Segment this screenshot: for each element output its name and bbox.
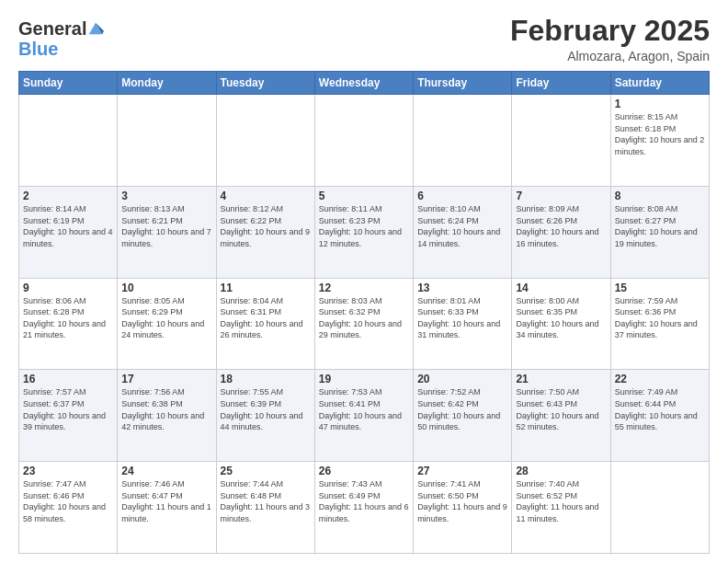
day-cell: 24Sunrise: 7:46 AM Sunset: 6:47 PM Dayli…: [118, 462, 216, 554]
day-info: Sunrise: 7:46 AM Sunset: 6:47 PM Dayligh…: [121, 478, 211, 524]
day-info: Sunrise: 7:59 AM Sunset: 6:36 PM Dayligh…: [615, 295, 705, 341]
day-cell: 16Sunrise: 7:57 AM Sunset: 6:37 PM Dayli…: [19, 370, 118, 462]
day-number: 28: [516, 465, 606, 477]
day-info: Sunrise: 8:04 AM Sunset: 6:31 PM Dayligh…: [221, 295, 311, 341]
day-cell: 25Sunrise: 7:44 AM Sunset: 6:48 PM Dayli…: [216, 462, 314, 554]
day-number: 12: [319, 282, 409, 294]
header-monday: Monday: [118, 72, 216, 95]
day-cell: 23Sunrise: 7:47 AM Sunset: 6:46 PM Dayli…: [19, 462, 118, 554]
day-cell: 9Sunrise: 8:06 AM Sunset: 6:28 PM Daylig…: [19, 278, 118, 370]
day-info: Sunrise: 7:49 AM Sunset: 6:44 PM Dayligh…: [615, 386, 705, 432]
header-saturday: Saturday: [610, 72, 709, 95]
day-info: Sunrise: 7:40 AM Sunset: 6:52 PM Dayligh…: [516, 478, 606, 524]
day-number: 10: [121, 282, 211, 294]
day-cell: 27Sunrise: 7:41 AM Sunset: 6:50 PM Dayli…: [414, 462, 512, 554]
day-cell: 22Sunrise: 7:49 AM Sunset: 6:44 PM Dayli…: [610, 370, 709, 462]
day-cell: 3Sunrise: 8:13 AM Sunset: 6:21 PM Daylig…: [118, 186, 216, 278]
day-number: 14: [516, 282, 606, 294]
day-number: 21: [516, 373, 606, 385]
day-number: 25: [221, 465, 311, 477]
day-number: 3: [121, 190, 211, 202]
day-number: 20: [417, 373, 507, 385]
day-cell: 18Sunrise: 7:55 AM Sunset: 6:39 PM Dayli…: [216, 370, 314, 462]
day-info: Sunrise: 8:08 AM Sunset: 6:27 PM Dayligh…: [615, 203, 705, 249]
day-number: 13: [417, 282, 507, 294]
day-info: Sunrise: 7:50 AM Sunset: 6:43 PM Dayligh…: [516, 386, 606, 432]
calendar-week-row: 23Sunrise: 7:47 AM Sunset: 6:46 PM Dayli…: [19, 462, 710, 554]
day-info: Sunrise: 8:06 AM Sunset: 6:28 PM Dayligh…: [23, 295, 113, 341]
day-info: Sunrise: 7:44 AM Sunset: 6:48 PM Dayligh…: [221, 478, 311, 524]
logo-general: General: [18, 18, 86, 39]
day-info: Sunrise: 7:43 AM Sunset: 6:49 PM Dayligh…: [319, 478, 409, 524]
day-cell: 2Sunrise: 8:14 AM Sunset: 6:19 PM Daylig…: [19, 186, 118, 278]
day-info: Sunrise: 7:53 AM Sunset: 6:41 PM Dayligh…: [319, 386, 409, 432]
day-number: 19: [319, 373, 409, 385]
header-tuesday: Tuesday: [216, 72, 314, 95]
day-number: 8: [615, 190, 705, 202]
day-info: Sunrise: 8:09 AM Sunset: 6:26 PM Dayligh…: [516, 203, 606, 249]
day-number: 9: [23, 282, 113, 294]
day-number: 6: [417, 190, 507, 202]
day-cell: 20Sunrise: 7:52 AM Sunset: 6:42 PM Dayli…: [414, 370, 512, 462]
calendar-week-row: 9Sunrise: 8:06 AM Sunset: 6:28 PM Daylig…: [19, 278, 710, 370]
day-cell: 5Sunrise: 8:11 AM Sunset: 6:23 PM Daylig…: [314, 186, 413, 278]
header: General Blue February 2025 Almozara, Ara…: [18, 15, 710, 63]
day-info: Sunrise: 8:03 AM Sunset: 6:32 PM Dayligh…: [319, 295, 409, 341]
day-number: 7: [516, 190, 606, 202]
day-number: 26: [319, 465, 409, 477]
day-number: 1: [615, 98, 705, 110]
day-number: 17: [121, 373, 211, 385]
title-block: February 2025 Almozara, Aragon, Spain: [510, 15, 710, 63]
day-number: 24: [121, 465, 211, 477]
location: Almozara, Aragon, Spain: [510, 49, 710, 63]
day-cell: 10Sunrise: 8:05 AM Sunset: 6:29 PM Dayli…: [118, 278, 216, 370]
day-cell: 4Sunrise: 8:12 AM Sunset: 6:22 PM Daylig…: [216, 186, 314, 278]
empty-cell: [19, 95, 118, 187]
empty-cell: [314, 95, 413, 187]
day-cell: 7Sunrise: 8:09 AM Sunset: 6:26 PM Daylig…: [512, 186, 610, 278]
logo-icon: [87, 20, 104, 37]
page: General Blue February 2025 Almozara, Ara…: [0, 0, 728, 563]
day-info: Sunrise: 7:56 AM Sunset: 6:38 PM Dayligh…: [121, 386, 211, 432]
day-info: Sunrise: 8:15 AM Sunset: 6:18 PM Dayligh…: [615, 111, 705, 157]
empty-cell: [414, 95, 512, 187]
day-cell: 8Sunrise: 8:08 AM Sunset: 6:27 PM Daylig…: [610, 186, 709, 278]
day-cell: 15Sunrise: 7:59 AM Sunset: 6:36 PM Dayli…: [610, 278, 709, 370]
day-info: Sunrise: 8:14 AM Sunset: 6:19 PM Dayligh…: [23, 203, 113, 249]
calendar-week-row: 2Sunrise: 8:14 AM Sunset: 6:19 PM Daylig…: [19, 186, 710, 278]
empty-cell: [610, 462, 709, 554]
logo: General Blue: [18, 18, 104, 59]
day-info: Sunrise: 7:52 AM Sunset: 6:42 PM Dayligh…: [417, 386, 507, 432]
day-info: Sunrise: 7:47 AM Sunset: 6:46 PM Dayligh…: [23, 478, 113, 524]
logo-blue: Blue: [18, 39, 58, 59]
day-info: Sunrise: 8:12 AM Sunset: 6:22 PM Dayligh…: [221, 203, 311, 249]
day-cell: 6Sunrise: 8:10 AM Sunset: 6:24 PM Daylig…: [414, 186, 512, 278]
day-cell: 28Sunrise: 7:40 AM Sunset: 6:52 PM Dayli…: [512, 462, 610, 554]
day-info: Sunrise: 8:13 AM Sunset: 6:21 PM Dayligh…: [121, 203, 211, 249]
calendar-week-row: 1Sunrise: 8:15 AM Sunset: 6:18 PM Daylig…: [19, 95, 710, 187]
day-info: Sunrise: 8:05 AM Sunset: 6:29 PM Dayligh…: [121, 295, 211, 341]
empty-cell: [512, 95, 610, 187]
calendar-week-row: 16Sunrise: 7:57 AM Sunset: 6:37 PM Dayli…: [19, 370, 710, 462]
day-info: Sunrise: 8:00 AM Sunset: 6:35 PM Dayligh…: [516, 295, 606, 341]
day-cell: 11Sunrise: 8:04 AM Sunset: 6:31 PM Dayli…: [216, 278, 314, 370]
day-cell: 14Sunrise: 8:00 AM Sunset: 6:35 PM Dayli…: [512, 278, 610, 370]
day-info: Sunrise: 8:01 AM Sunset: 6:33 PM Dayligh…: [417, 295, 507, 341]
day-info: Sunrise: 8:10 AM Sunset: 6:24 PM Dayligh…: [417, 203, 507, 249]
day-cell: 12Sunrise: 8:03 AM Sunset: 6:32 PM Dayli…: [314, 278, 413, 370]
header-sunday: Sunday: [19, 72, 118, 95]
empty-cell: [216, 95, 314, 187]
day-info: Sunrise: 7:41 AM Sunset: 6:50 PM Dayligh…: [417, 478, 507, 524]
calendar: Sunday Monday Tuesday Wednesday Thursday…: [18, 71, 710, 554]
weekday-header-row: Sunday Monday Tuesday Wednesday Thursday…: [19, 72, 710, 95]
day-cell: 26Sunrise: 7:43 AM Sunset: 6:49 PM Dayli…: [314, 462, 413, 554]
day-cell: 21Sunrise: 7:50 AM Sunset: 6:43 PM Dayli…: [512, 370, 610, 462]
day-number: 2: [23, 190, 113, 202]
month-title: February 2025: [510, 15, 710, 47]
day-cell: 17Sunrise: 7:56 AM Sunset: 6:38 PM Dayli…: [118, 370, 216, 462]
day-number: 16: [23, 373, 113, 385]
day-number: 18: [221, 373, 311, 385]
day-number: 15: [615, 282, 705, 294]
day-cell: 13Sunrise: 8:01 AM Sunset: 6:33 PM Dayli…: [414, 278, 512, 370]
empty-cell: [118, 95, 216, 187]
